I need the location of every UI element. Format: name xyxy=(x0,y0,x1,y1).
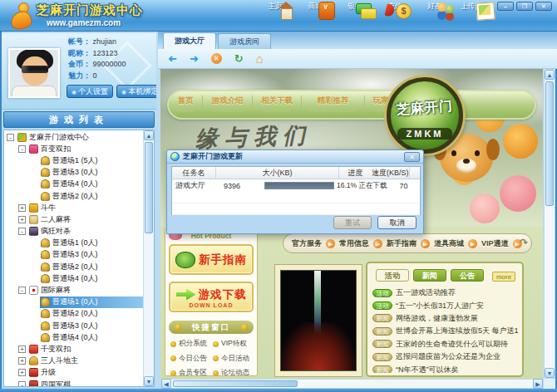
toolbar-upload-photo[interactable]: 上传照片 xyxy=(456,2,494,30)
toolbar-bank[interactable]: 银行 xyxy=(336,2,374,30)
personal-settings-button[interactable]: 个人设置 xyxy=(67,85,113,98)
news-item[interactable]: 活动 “五一”小长假31万人游广安 xyxy=(372,299,519,311)
forward-button[interactable]: ➜ xyxy=(190,53,199,64)
tree-item[interactable]: - 芝麻开门游戏中心 xyxy=(4,131,143,143)
tree-item[interactable]: 普通场3 (0人) xyxy=(4,320,143,331)
news-tab-activity[interactable]: 活动 xyxy=(376,269,409,282)
home-button[interactable]: ⌂ xyxy=(256,52,264,65)
shortcut-link[interactable]: 论坛动态 xyxy=(213,368,255,378)
scroll-right-icon[interactable]: ▶ xyxy=(533,379,543,389)
toolbar-friends[interactable]: 好友 xyxy=(416,2,454,30)
news-item[interactable]: 新闻 世博会开幕上海连续放假5天 每户送1 xyxy=(372,325,519,337)
tree-item[interactable]: 普通场3 (0人) xyxy=(4,249,143,261)
dialog-close-button[interactable]: ✕ xyxy=(404,152,420,162)
news-item[interactable]: 新闻 “N年不遇”可以休矣 xyxy=(372,363,519,373)
toolbar-recharge[interactable]: 充值 xyxy=(376,2,414,30)
download-task-row[interactable]: 游戏大厅 9396 16.1% 正在下载 70 xyxy=(172,179,420,192)
vertical-scrollbar[interactable]: ▲ ▼ xyxy=(544,69,555,379)
avatar-sunglasses xyxy=(22,66,48,73)
tree-item[interactable]: + 千变双扣 xyxy=(4,343,143,355)
tree-item[interactable]: 普通场4 (0人) xyxy=(4,179,143,190)
maximize-button[interactable]: ❐ xyxy=(516,2,533,11)
news-item[interactable]: 新闻 网络游戏，健康蓬勃发展 xyxy=(372,312,519,325)
minimize-button[interactable]: – xyxy=(497,2,514,11)
retry-button[interactable]: 重试 xyxy=(333,216,372,229)
tree-scrollbar[interactable]: ▲ ▼ xyxy=(143,130,154,386)
news-item[interactable]: 新闻 迟报问题疫苗为公众还是为企业 xyxy=(372,350,519,363)
news-item[interactable]: 新闻 王家岭的生命奇迹凭什么可以期待 xyxy=(372,338,519,350)
tree-toggle[interactable]: + xyxy=(18,345,26,353)
scroll-up-icon[interactable]: ▲ xyxy=(545,70,555,80)
tree-item[interactable]: - 百变双扣 xyxy=(4,143,143,154)
shortcut-link[interactable]: 积分系统 xyxy=(170,339,213,349)
scroll-up-icon[interactable]: ▲ xyxy=(144,130,154,140)
tree-item[interactable]: 普通场3 (0人) xyxy=(4,167,143,179)
tree-toggle[interactable]: + xyxy=(18,369,26,376)
tree-toggle[interactable]: - xyxy=(18,381,26,386)
shortcut-link[interactable]: 会员专区 xyxy=(170,368,213,378)
service-link[interactable]: 官方服务 ▶ xyxy=(292,238,335,249)
tree-toggle[interactable]: - xyxy=(7,134,14,141)
shortcut-link[interactable]: 今日活动 xyxy=(213,354,255,364)
service-link[interactable]: VIP通道 ▶ xyxy=(481,238,522,249)
tree-item[interactable]: 普通场1 (5人) xyxy=(4,154,143,166)
app-logo-icon xyxy=(7,2,35,29)
vertical-scroll-thumb[interactable] xyxy=(545,81,554,206)
news-tab-news[interactable]: 新闻 xyxy=(413,269,446,282)
news-item[interactable]: 活动 五一游戏活动推荐 xyxy=(372,287,519,299)
horizontal-scroll-thumb[interactable] xyxy=(173,380,298,387)
tab-game-hall[interactable]: 游戏大厅 xyxy=(163,32,216,49)
tree-item[interactable]: 普通场2 (0人) xyxy=(4,190,143,202)
tab-game-room[interactable]: 游戏房间 xyxy=(218,33,271,49)
tree-scroll-thumb[interactable] xyxy=(145,142,153,233)
avatar[interactable] xyxy=(8,48,60,98)
scroll-down-icon[interactable]: ▼ xyxy=(545,368,555,378)
site-nav-home[interactable]: 首页 Home xyxy=(169,96,203,114)
more-button[interactable]: more xyxy=(492,272,515,282)
tree-item[interactable]: + 升级 xyxy=(4,367,143,379)
scroll-left-icon[interactable]: ◀ xyxy=(161,379,171,389)
newbie-guide-button[interactable]: 新手指南 xyxy=(169,244,254,275)
tree-item[interactable]: + 二人麻将 xyxy=(4,213,143,225)
tree-toggle[interactable]: - xyxy=(18,145,26,153)
tree-toggle[interactable]: + xyxy=(18,204,26,212)
tree-item[interactable]: + 斗牛 xyxy=(4,202,143,213)
tree-item[interactable]: 普通场4 (0人) xyxy=(4,331,143,343)
cancel-button[interactable]: 取消 xyxy=(377,216,417,229)
close-button[interactable]: ✕ xyxy=(535,2,552,11)
tree-toggle[interactable]: - xyxy=(18,228,26,235)
tree-item[interactable]: 普通场1 (0人) xyxy=(4,238,143,249)
news-tab-notice[interactable]: 公告 xyxy=(451,269,484,282)
back-button[interactable]: ➜ xyxy=(168,53,177,64)
news-tag-badge: 新闻 xyxy=(372,314,392,322)
stop-button[interactable]: ✕ xyxy=(211,53,222,64)
service-link[interactable]: 常用信息 ▶ xyxy=(339,238,382,249)
tree-item[interactable]: 普通场2 (0人) xyxy=(4,261,143,272)
tree-toggle[interactable]: - xyxy=(18,287,26,294)
tree-toggle[interactable]: + xyxy=(18,357,26,365)
tree-item[interactable]: + 三人斗地主 xyxy=(4,355,143,367)
site-nav-download[interactable]: 相关下载 download xyxy=(253,96,302,114)
tree-item[interactable]: 普通场4 (0人) xyxy=(4,272,143,284)
tree-item[interactable]: 普通场2 (0人) xyxy=(4,308,143,320)
tree-toggle[interactable]: + xyxy=(18,216,26,223)
site-nav-recommend[interactable]: 精彩推荐 Recommedation xyxy=(302,96,365,114)
toolbar-home[interactable]: 主页 xyxy=(256,2,294,30)
horizontal-scrollbar[interactable]: ◀ ▶ xyxy=(160,379,544,389)
scroll-down-icon[interactable]: ▼ xyxy=(144,376,154,386)
machine-bind-button[interactable]: 本机绑定 xyxy=(116,85,156,98)
refresh-button[interactable]: ↻ xyxy=(234,53,244,64)
service-link[interactable]: 道具商城 ▶ xyxy=(434,238,477,249)
game-screenshot[interactable] xyxy=(280,270,357,371)
tree-item[interactable]: - 国际麻将 xyxy=(4,284,143,296)
tree-item[interactable]: - 疯狂对杀 xyxy=(4,226,143,238)
game-download-button[interactable]: 游戏下载 DOWN LOAD xyxy=(169,282,254,312)
toolbar-mall[interactable]: 商城 xyxy=(296,2,334,30)
shortcut-link[interactable]: VIP特权 xyxy=(213,339,255,349)
shortcut-link[interactable]: 今日公告 xyxy=(170,354,213,364)
tree-item[interactable]: - 四国军棋 xyxy=(4,379,143,386)
dialog-title-bar[interactable]: 芝麻开门游戏更新 ✕ xyxy=(167,150,423,164)
tree-item[interactable]: 普通场1 (0人) xyxy=(4,296,143,308)
service-link[interactable]: 新手指南 ▶ xyxy=(387,238,430,249)
site-nav-intro[interactable]: 游戏介绍 Introduction xyxy=(203,96,253,114)
